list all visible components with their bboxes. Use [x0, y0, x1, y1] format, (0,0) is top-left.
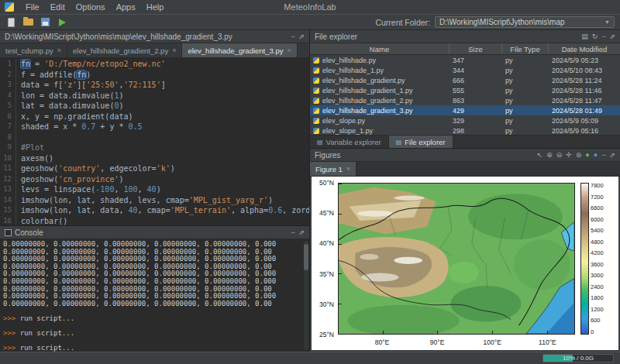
code-line: 8: [0, 132, 309, 143]
file-row[interactable]: elev_hillshade_gradient_2.py863py2024/5/…: [310, 95, 620, 105]
column-header-size[interactable]: Size: [450, 43, 502, 54]
menu-edit[interactable]: Edit: [45, 2, 71, 12]
colorbar-tick-label: 0: [591, 329, 611, 335]
y-tick-label: 35°N: [319, 270, 334, 278]
minimize-icon[interactable]: −: [601, 152, 605, 159]
close-icon[interactable]: ×: [57, 46, 61, 54]
x-tick-label: 80°E: [375, 338, 390, 346]
file-type: py: [502, 117, 549, 125]
console-line: [3, 338, 306, 345]
code-line: 3data = f['z']['25:50','72:115']: [0, 80, 309, 91]
grid-icon[interactable]: ▤: [581, 33, 588, 40]
identify-green-icon[interactable]: ●: [585, 152, 589, 159]
scrollbar-thumb[interactable]: [304, 244, 308, 270]
axis-tick: [437, 331, 438, 334]
file-type: py: [502, 107, 549, 115]
editor-tab[interactable]: elev_hillshade_gradient_3.py×: [182, 43, 297, 57]
float-icon[interactable]: ⇗: [609, 33, 615, 40]
file-explorer-title-bar: File explorer ▤↻−⇗: [310, 30, 620, 43]
float-icon[interactable]: ⇗: [298, 33, 305, 40]
axis-tick: [339, 334, 342, 335]
figure-tab[interactable]: Figure 1×: [310, 162, 356, 176]
menu-file[interactable]: File: [20, 2, 45, 12]
file-row[interactable]: elev_slope_1.py298py2024/5/9 05:16: [310, 125, 620, 135]
colorbar-tick-label: 7800: [591, 183, 611, 189]
file-row[interactable]: elev_hillshade_1.py344py2024/5/10 08:43: [310, 65, 620, 75]
x-axis-labels: 80°E90°E100°E110°E: [338, 338, 575, 347]
panel-icon: ▤: [396, 139, 402, 146]
minimize-icon[interactable]: −: [291, 33, 294, 40]
console-prompt: >>>: [3, 315, 20, 322]
current-folder-combobox[interactable]: D:\Working\MIScript\Jython\mis\map ▼: [435, 16, 615, 28]
colorbar-tick-label: 4200: [591, 250, 611, 256]
close-icon[interactable]: ×: [172, 46, 176, 54]
float-icon[interactable]: ⇗: [609, 152, 615, 159]
new-script-button[interactable]: [5, 16, 17, 28]
file-row[interactable]: elev_hillshade_gradient_1.py555py2024/5/…: [310, 85, 620, 95]
code-line: 14imshow(lon, lat, shaded, levs, cmap='M…: [0, 195, 309, 206]
menu-options[interactable]: Options: [71, 2, 111, 12]
minimize-icon[interactable]: −: [601, 33, 605, 40]
china-terrain-map[interactable]: [339, 184, 574, 334]
tab-label: File explorer: [405, 138, 445, 146]
console-line: >>> run script...: [3, 315, 306, 323]
file-name: elev_hillshade_gradient_1.py: [322, 87, 413, 94]
file-date-modified: 2024/5/9 05:23: [549, 57, 620, 64]
file-row[interactable]: elev_slope.py329py2024/5/9 05:09: [310, 115, 620, 125]
code-line: 13levs = linspace(-100, 100, 40): [0, 184, 309, 195]
editor-tab[interactable]: elev_hillshade_gradient_2.py×: [67, 43, 182, 57]
zoom-in-icon[interactable]: ⊕: [546, 152, 553, 159]
close-icon[interactable]: ×: [287, 46, 291, 54]
file-size: 555: [450, 87, 502, 94]
pan-icon[interactable]: ✛: [566, 152, 572, 159]
y-tick-label: 30°N: [319, 300, 334, 308]
line-number: 15: [0, 205, 16, 216]
file-explorer-title: File explorer: [315, 33, 357, 41]
file-row[interactable]: elev_hillshade_gradient.py666py2024/5/28…: [310, 75, 620, 85]
float-icon[interactable]: ⇗: [298, 229, 305, 236]
select-icon[interactable]: ↖: [537, 152, 543, 159]
console-output[interactable]: 0.00000000, 0.00000000, 0.00000000, 0.00…: [0, 239, 309, 352]
close-icon[interactable]: ×: [346, 165, 350, 173]
progress-text: 10% / 0.0G: [543, 355, 613, 362]
colorbar-labels: 7800720066006000540048004200360030002400…: [591, 183, 611, 335]
explorer-bottom-tabs: ▤Variable explorer▤File explorer: [310, 135, 620, 148]
line-number: 16: [0, 216, 16, 226]
colorbar-tick-label: 2400: [591, 284, 611, 290]
column-header-file-type[interactable]: File Type: [502, 43, 549, 54]
menu-help[interactable]: Help: [141, 2, 170, 12]
editor-tab[interactable]: test_cdump.py×: [0, 43, 67, 57]
open-file-button[interactable]: [22, 16, 34, 28]
tab-file-explorer[interactable]: ▤File explorer: [389, 136, 453, 148]
figure-canvas[interactable]: 50°N45°N40°N35°N30°N25°N 80°E90°E100°E11…: [312, 177, 618, 350]
identify-blue-icon[interactable]: ●: [594, 152, 598, 159]
code-area[interactable]: 1fn = 'D:/Temp/nc/etopo2_new.nc'2f = add…: [0, 58, 309, 225]
line-number: 11: [0, 163, 16, 174]
menu-apps[interactable]: Apps: [111, 2, 141, 12]
minimize-icon[interactable]: −: [291, 229, 294, 236]
full-extent-icon[interactable]: ⊚: [576, 152, 582, 159]
python-file-icon: [313, 98, 319, 104]
code-line: 10axesm(): [0, 153, 309, 164]
chevron-down-icon[interactable]: ▼: [604, 19, 610, 25]
code-line: 4lon = data.dimvalue(1): [0, 91, 309, 101]
refresh-icon[interactable]: ↻: [592, 33, 598, 40]
file-date-modified: 2024/5/28 11:46: [549, 87, 620, 94]
console-line: >>> run script...: [3, 330, 306, 338]
save-button[interactable]: [40, 16, 51, 28]
run-script-button[interactable]: [57, 16, 68, 28]
column-header-name[interactable]: Name: [310, 43, 450, 54]
editor-title-icons: −⇗: [291, 33, 305, 40]
file-name: elev_hillshade_gradient.py: [322, 77, 405, 84]
column-header-date-modified[interactable]: Date Modified: [549, 43, 620, 54]
file-row[interactable]: elev_hillshade_gradient_3.py429py2024/5/…: [310, 105, 620, 115]
figures-panel: Figures ↖⊕⊖✛⊚●●−⇗ Figure 1×: [310, 149, 620, 352]
file-row[interactable]: elev_hillshade.py347py2024/5/9 05:23: [310, 55, 620, 65]
tab-variable-explorer[interactable]: ▤Variable explorer: [310, 136, 389, 148]
tab-label: elev_hillshade_gradient_2.py: [73, 46, 168, 55]
console-scrollbar[interactable]: [304, 241, 308, 350]
console-line: [3, 323, 306, 331]
tab-label: Variable explorer: [326, 138, 381, 146]
zoom-out-icon[interactable]: ⊖: [556, 152, 563, 159]
file-name: elev_hillshade.py: [322, 57, 376, 64]
